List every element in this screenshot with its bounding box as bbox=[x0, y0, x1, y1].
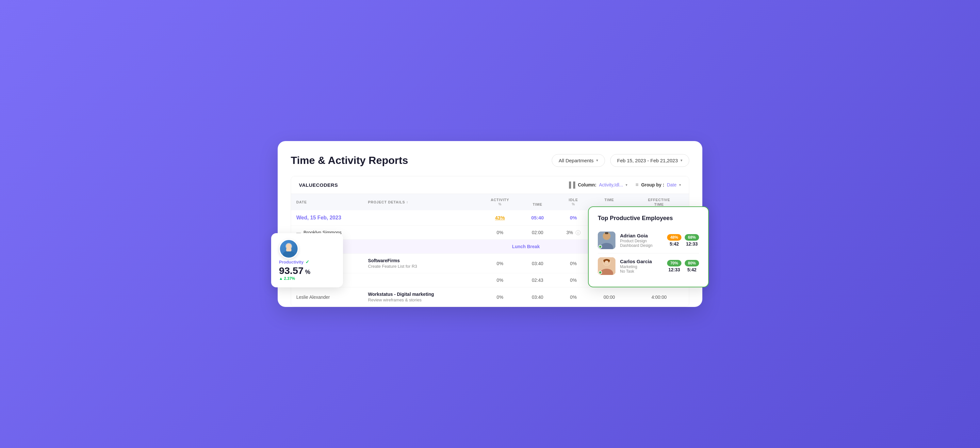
page-header: Time & Activity Reports All Departments … bbox=[291, 154, 689, 167]
col-project: PROJECT DETAILS ↑ bbox=[363, 194, 482, 210]
table-row: Leslie Alexander Workstatus - Digital ma… bbox=[291, 288, 689, 307]
table-toolbar: VALUECODERS ▐▐ Column: Activity,Idl... ▾… bbox=[291, 176, 689, 194]
productivity-label: Productivity ✓ bbox=[279, 259, 335, 264]
stat-badge: 48% 5:42 bbox=[667, 234, 681, 246]
employee-stats: 48% 5:42 68% 12:33 bbox=[667, 234, 699, 246]
productivity-widget: Productivity ✓ 93.57 % ▲ 2.37% bbox=[271, 233, 343, 288]
employee-dept: Marketing bbox=[620, 264, 662, 269]
activity-badge: 48% bbox=[667, 234, 681, 241]
productivity-value: 93.57 % bbox=[279, 266, 335, 276]
employee-info: Adrian Goia Product Design Dashboard Des… bbox=[620, 233, 662, 248]
svg-point-2 bbox=[286, 244, 291, 249]
col-activity-time: TIME bbox=[517, 194, 557, 210]
employee-dept: Product Design bbox=[620, 239, 662, 243]
col-idle-group: IDLE % bbox=[557, 194, 589, 210]
chevron-down-icon: ▾ bbox=[679, 183, 681, 187]
stat-badge: 80% 5:42 bbox=[685, 260, 699, 272]
employee-info: Carlos Garcia Marketing No Task bbox=[620, 259, 662, 274]
employee-task: No Task bbox=[620, 269, 662, 274]
header-controls: All Departments ▾ Feb 15, 2023 - Feb 21,… bbox=[552, 154, 689, 167]
main-card: Time & Activity Reports All Departments … bbox=[278, 141, 702, 307]
avatar bbox=[598, 257, 616, 275]
online-indicator bbox=[598, 245, 602, 248]
stat-badge: 68% 12:33 bbox=[685, 234, 699, 246]
online-indicator bbox=[598, 271, 602, 274]
top-employees-popup: Top Productive Employees Adrian G bbox=[588, 207, 709, 288]
employee-name: Adrian Goia bbox=[620, 233, 662, 238]
group-icon: ≡ bbox=[635, 182, 638, 188]
departments-dropdown[interactable]: All Departments ▾ bbox=[552, 154, 605, 167]
svg-rect-3 bbox=[286, 248, 291, 251]
group-value[interactable]: Date bbox=[667, 182, 676, 187]
effective-badge: 68% bbox=[685, 234, 699, 241]
col-activity-group: ACTIVITY % bbox=[482, 194, 518, 210]
group-control: ≡ Group by : Date ▾ bbox=[635, 182, 681, 188]
avatar bbox=[279, 239, 299, 259]
employee-row: Adrian Goia Product Design Dashboard Des… bbox=[598, 227, 699, 253]
employee-row: Carlos Garcia Marketing No Task 70% 12:3… bbox=[598, 253, 699, 279]
avatar bbox=[598, 232, 616, 249]
trend-icon: ✓ bbox=[305, 259, 309, 264]
effective-badge: 80% bbox=[685, 260, 699, 267]
toolbar-right: ▐▐ Column: Activity,Idl... ▾ ≡ Group by … bbox=[567, 181, 681, 188]
chevron-down-icon: ▾ bbox=[596, 158, 598, 163]
chevron-down-icon: ▾ bbox=[681, 158, 682, 163]
date-range-dropdown[interactable]: Feb 15, 2023 - Feb 21,2023 ▾ bbox=[610, 154, 689, 167]
employee-stats: 70% 12:33 80% 5:42 bbox=[667, 260, 699, 272]
activity-badge: 70% bbox=[667, 260, 681, 267]
column-control: ▐▐ Column: Activity,Idl... ▾ bbox=[567, 181, 627, 188]
svg-point-13 bbox=[605, 261, 609, 264]
popup-title: Top Productive Employees bbox=[598, 215, 699, 222]
column-chart-icon: ▐▐ bbox=[567, 181, 575, 188]
page-title: Time & Activity Reports bbox=[291, 154, 408, 167]
info-icon: i bbox=[576, 230, 581, 235]
org-name: VALUECODERS bbox=[299, 182, 338, 188]
chevron-down-icon: ▾ bbox=[625, 183, 627, 187]
employee-name: Carlos Garcia bbox=[620, 259, 662, 264]
productivity-change: ▲ 2.37% bbox=[279, 276, 335, 281]
col-date: DATE bbox=[291, 194, 363, 210]
column-value[interactable]: Activity,Idl... bbox=[599, 182, 623, 187]
svg-rect-8 bbox=[605, 232, 608, 234]
employee-task: Dashboard Design bbox=[620, 243, 662, 248]
stat-badge: 70% 12:33 bbox=[667, 260, 681, 272]
